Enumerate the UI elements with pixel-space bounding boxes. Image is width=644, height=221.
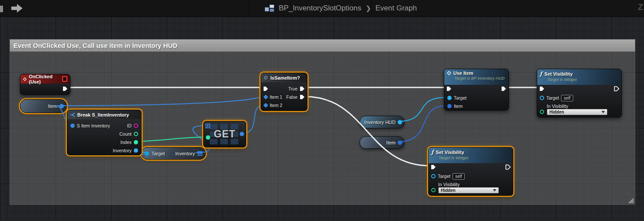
graph-canvas[interactable]: Event OnClicked Use, Call use item in In… xyxy=(0,17,644,221)
item2-row: Item 2 xyxy=(264,102,282,109)
item1-input-pin[interactable] xyxy=(263,94,268,99)
exec-in-row xyxy=(263,85,268,92)
variable-item-mid[interactable]: Item xyxy=(360,136,405,149)
pin-label: Target xyxy=(454,95,466,100)
item2-input-pin[interactable] xyxy=(263,103,268,107)
blueprint-icon xyxy=(265,4,274,12)
node-array-get[interactable]: GET xyxy=(203,121,246,147)
visibility-dropdown[interactable]: Hidden xyxy=(438,187,499,194)
exec-out-row xyxy=(505,164,511,171)
target-input-pin[interactable] xyxy=(145,151,149,156)
pin-row-count: Count xyxy=(119,131,138,137)
dropdown-arrow-icon xyxy=(493,189,496,191)
node-break-header: Break S_ItemInventory xyxy=(67,110,141,119)
true-exec-pin[interactable] xyxy=(300,86,305,91)
exec-out-pin[interactable] xyxy=(614,86,619,91)
pin-label: Target xyxy=(546,95,559,100)
get-label: GET xyxy=(214,128,235,140)
id-output-pin[interactable] xyxy=(134,124,138,128)
index-input-pin[interactable] xyxy=(206,135,210,140)
breadcrumb-root[interactable]: BP_InventorySlotOptions xyxy=(279,4,361,13)
topbar-divider xyxy=(249,0,250,17)
exec-in-row xyxy=(539,85,545,92)
node-onclicked-use[interactable]: OnClicked (Use) xyxy=(20,74,70,95)
blueprint-editor: BP_InventorySlotOptions ❯ Event Graph Z … xyxy=(0,0,644,221)
node-set-visibility-top[interactable]: ƒ Set Visibility Target is Widget Target… xyxy=(537,69,622,117)
exec-out-row xyxy=(614,85,619,92)
index-output-pin[interactable] xyxy=(134,140,138,144)
comment-resize-handle[interactable] xyxy=(627,197,634,204)
pin-row-id: ID xyxy=(127,122,139,129)
pin-row-index: Index xyxy=(120,139,138,146)
gear-icon: ⚙ xyxy=(264,75,268,81)
item-input-pin[interactable] xyxy=(447,104,452,108)
in-visibility-input-pin[interactable] xyxy=(431,188,436,192)
node-issameitem-header: ⚙ IsSameItem? xyxy=(261,73,307,82)
target-input-pin[interactable] xyxy=(447,96,452,100)
exec-in-pin[interactable] xyxy=(446,86,452,91)
array-output-pin[interactable] xyxy=(198,151,202,156)
item-output-pin[interactable] xyxy=(59,104,64,108)
topbar: BP_InventorySlotOptions ❯ Event Graph Z xyxy=(0,0,644,17)
pin-label: Count xyxy=(119,131,132,137)
pin-row-inventory: Inventory xyxy=(113,147,138,154)
node-use-item[interactable]: Use Item Target is BP Inventory HUD Targ… xyxy=(444,69,509,110)
variable-item-left[interactable]: Item xyxy=(20,99,67,113)
false-exec-pin[interactable] xyxy=(300,94,305,100)
element-output-pin[interactable] xyxy=(240,132,244,136)
forward-arrow-icon[interactable] xyxy=(11,3,23,13)
exec-in-row xyxy=(431,164,436,171)
item-mid-output-pin[interactable] xyxy=(398,141,402,145)
exec-out-pin[interactable] xyxy=(501,86,506,91)
node-break-struct[interactable]: Break S_ItemInventory S Item Inventory I… xyxy=(67,110,142,155)
node-title: Use Item xyxy=(453,70,473,76)
breadcrumb: BP_InventorySlotOptions ❯ Event Graph xyxy=(265,0,417,17)
target-row: Target self xyxy=(431,173,465,180)
exec-in-pin[interactable] xyxy=(431,164,436,170)
exec-out-pin[interactable] xyxy=(505,164,511,170)
function-f-icon: ƒ xyxy=(431,149,434,155)
node-title: Set Visibility xyxy=(545,71,573,77)
exec-in-pin[interactable] xyxy=(263,86,268,91)
in-visibility-input-pin[interactable] xyxy=(540,110,544,114)
item-row: Item xyxy=(447,103,462,110)
variable-inventory-hud[interactable]: Inventory HUD xyxy=(360,116,405,128)
exec-in-pin[interactable] xyxy=(539,86,545,91)
breadcrumb-current[interactable]: Event Graph xyxy=(376,4,417,13)
chevron-right-icon: ❯ xyxy=(366,4,371,12)
struct-input-pin[interactable] xyxy=(70,124,75,128)
delegate-pin[interactable] xyxy=(62,76,67,82)
variable-label: Inventory xyxy=(175,151,195,156)
in-visibility-label: In Visibility xyxy=(547,104,568,109)
exec-out-pin[interactable] xyxy=(63,86,68,91)
target-self-field[interactable]: self xyxy=(452,173,465,180)
pin-label: Item 1 xyxy=(270,94,282,100)
pin-label: Item xyxy=(454,104,462,109)
target-self-field[interactable]: self xyxy=(561,95,573,101)
node-subtitle: Target is Widget xyxy=(547,77,619,82)
variable-inventory-get[interactable]: Target Inventory xyxy=(141,147,206,160)
node-set-visibility-bottom[interactable]: ƒ Set Visibility Target is Widget Target… xyxy=(428,147,513,196)
visibility-dropdown-value: Hidden xyxy=(549,110,601,114)
node-subtitle: Target is BP Inventory HUD xyxy=(454,76,506,80)
node-title: Break S_ItemInventory xyxy=(77,112,129,117)
count-output-pin[interactable] xyxy=(134,132,138,136)
variable-label: Item xyxy=(48,104,57,109)
inventory-output-pin[interactable] xyxy=(134,148,138,153)
node-setvisibility-header: ƒ Set Visibility Target is Widget xyxy=(537,69,621,85)
target-input-pin[interactable] xyxy=(431,174,436,178)
target-input-pin[interactable] xyxy=(540,96,544,100)
node-is-same-item[interactable]: ⚙ IsSameItem? True Item 1 False xyxy=(261,73,307,111)
node-setvisibility-header: ƒ Set Visibility Target is Widget xyxy=(429,147,513,163)
pin-label: Target xyxy=(438,174,450,179)
array-input-pin[interactable] xyxy=(205,124,210,128)
dropdown-arrow-icon xyxy=(601,111,605,113)
inventory-hud-output-pin[interactable] xyxy=(398,120,402,124)
visibility-dropdown[interactable]: Hidden xyxy=(547,109,608,115)
pin-label: Item 2 xyxy=(270,103,282,108)
event-diamond-icon xyxy=(447,71,451,75)
in-visibility-label: In Visibility xyxy=(438,182,459,187)
exec-out-row xyxy=(63,85,68,92)
comment-header[interactable]: Event OnClicked Use, Call use item in In… xyxy=(10,39,635,52)
pin-label: Inventory xyxy=(113,148,132,153)
